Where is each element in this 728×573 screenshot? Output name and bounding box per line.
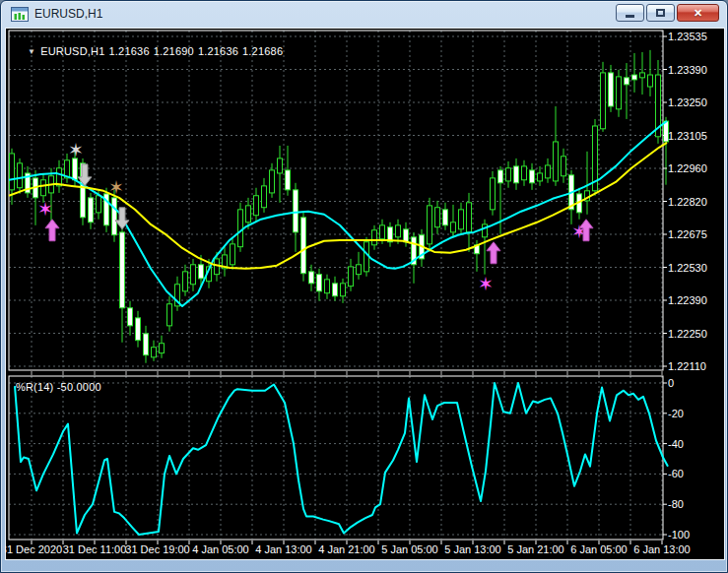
candle bbox=[325, 275, 330, 299]
candle bbox=[341, 279, 346, 303]
svg-text:1.23250: 1.23250 bbox=[668, 96, 707, 108]
svg-text:6 Jan 13:00: 6 Jan 13:00 bbox=[633, 543, 691, 555]
candle bbox=[152, 341, 157, 361]
candle bbox=[585, 152, 590, 215]
candle bbox=[301, 213, 306, 282]
candle bbox=[388, 223, 393, 247]
candle bbox=[183, 265, 188, 296]
candle bbox=[262, 178, 267, 213]
candle bbox=[294, 183, 298, 252]
candle bbox=[144, 326, 149, 363]
svg-text:-40: -40 bbox=[668, 438, 684, 450]
mt4-chart-window: EURUSD,H1 ✕ ✶✶✶✶✶1.235351.233901.232501.… bbox=[0, 0, 728, 573]
svg-text:4 Jan 13:00: 4 Jan 13:00 bbox=[255, 543, 312, 555]
svg-text:1.22960: 1.22960 bbox=[668, 162, 707, 174]
svg-text:1.23390: 1.23390 bbox=[668, 64, 707, 76]
price-axis[interactable]: 1.235351.233901.232501.231051.229601.228… bbox=[668, 31, 707, 372]
restore-button[interactable] bbox=[646, 4, 675, 22]
svg-text:31 Dec 11:00: 31 Dec 11:00 bbox=[63, 543, 127, 555]
svg-text:-80: -80 bbox=[668, 498, 684, 510]
candle bbox=[286, 146, 291, 196]
close-button[interactable]: ✕ bbox=[677, 4, 719, 22]
svg-text:5 Jan 21:00: 5 Jan 21:00 bbox=[507, 543, 564, 555]
svg-text:-60: -60 bbox=[668, 468, 684, 479]
candle bbox=[625, 63, 629, 119]
svg-text:6 Jan 05:00: 6 Jan 05:00 bbox=[570, 543, 628, 555]
candle bbox=[231, 237, 235, 270]
minimize-button[interactable] bbox=[616, 4, 644, 22]
star-icon: ✶ bbox=[108, 176, 124, 198]
candle bbox=[223, 247, 228, 277]
arrow-up-icon bbox=[45, 220, 59, 241]
legend-open: 1.21636 bbox=[109, 45, 150, 57]
candle bbox=[412, 232, 417, 284]
candle bbox=[491, 171, 496, 216]
legend-high: 1.21690 bbox=[154, 45, 194, 57]
legend-low: 1.21636 bbox=[198, 45, 238, 57]
window-controls: ✕ bbox=[616, 4, 719, 22]
candle bbox=[372, 225, 377, 250]
svg-text:1.22110: 1.22110 bbox=[668, 360, 706, 372]
chart-canvas[interactable]: ✶✶✶✶✶1.235351.233901.232501.231051.22960… bbox=[5, 28, 725, 560]
time-axis[interactable]: 31 Dec 202031 Dec 11:0031 Dec 19:004 Jan… bbox=[5, 543, 691, 555]
candle bbox=[498, 166, 503, 234]
svg-text:1.22250: 1.22250 bbox=[668, 328, 707, 340]
candle bbox=[664, 117, 669, 185]
candle bbox=[10, 149, 15, 205]
candle bbox=[562, 149, 566, 183]
svg-text:1.22675: 1.22675 bbox=[668, 228, 707, 240]
candle bbox=[554, 106, 559, 186]
candle bbox=[617, 70, 622, 117]
candle bbox=[640, 52, 645, 95]
candle bbox=[333, 277, 338, 301]
candle bbox=[167, 296, 172, 332]
indicator-label: %R(14) -50.0000 bbox=[16, 381, 101, 393]
titlebar[interactable]: EURUSD,H1 ✕ bbox=[1, 1, 727, 28]
candle bbox=[120, 225, 125, 343]
candle bbox=[443, 203, 448, 230]
candle bbox=[175, 277, 180, 311]
svg-text:31 Dec 2020: 31 Dec 2020 bbox=[5, 543, 62, 555]
candle bbox=[459, 203, 464, 235]
chart-icon bbox=[11, 7, 29, 22]
candle bbox=[26, 166, 31, 198]
candle bbox=[428, 198, 432, 252]
window-title: EURUSD,H1 bbox=[34, 7, 102, 21]
candle bbox=[254, 188, 259, 223]
svg-text:4 Jan 21:00: 4 Jan 21:00 bbox=[318, 543, 375, 555]
svg-text:-100: -100 bbox=[668, 529, 690, 541]
arrow-up-icon bbox=[487, 242, 500, 264]
candle bbox=[317, 269, 322, 301]
close-icon: ✕ bbox=[694, 8, 702, 19]
svg-text:4 Jan 05:00: 4 Jan 05:00 bbox=[192, 543, 249, 555]
minimize-icon bbox=[626, 15, 634, 18]
svg-text:1.23535: 1.23535 bbox=[668, 31, 707, 42]
candle bbox=[191, 259, 196, 291]
candle bbox=[609, 65, 614, 112]
candle bbox=[238, 203, 243, 252]
svg-text:1.22390: 1.22390 bbox=[668, 294, 707, 306]
wpr-line bbox=[15, 383, 668, 535]
candle bbox=[89, 193, 94, 229]
svg-text:31 Dec 19:00: 31 Dec 19:00 bbox=[125, 543, 189, 555]
svg-text:1.23105: 1.23105 bbox=[668, 130, 707, 142]
chevron-down-icon[interactable]: ▼ bbox=[28, 47, 35, 56]
candle bbox=[593, 119, 598, 196]
vertical-gridlines bbox=[32, 31, 662, 540]
candle bbox=[530, 163, 535, 190]
svg-text:0: 0 bbox=[668, 377, 674, 389]
candle bbox=[435, 201, 440, 234]
candle bbox=[632, 53, 637, 93]
candle bbox=[514, 159, 519, 190]
candle bbox=[601, 62, 606, 132]
candle bbox=[18, 159, 23, 194]
chart-legend[interactable]: ▼EURUSD,H11.216361.216901.216361.21686 bbox=[15, 33, 287, 69]
wpr-axis[interactable]: 0-20-40-60-80-100 bbox=[668, 377, 690, 541]
svg-text:5 Jan 05:00: 5 Jan 05:00 bbox=[381, 543, 438, 555]
axis-ticks bbox=[32, 36, 667, 544]
star-icon: ✶ bbox=[37, 198, 53, 220]
candle bbox=[278, 146, 283, 203]
candle bbox=[648, 50, 653, 96]
candle bbox=[522, 160, 527, 186]
candle bbox=[506, 161, 511, 188]
